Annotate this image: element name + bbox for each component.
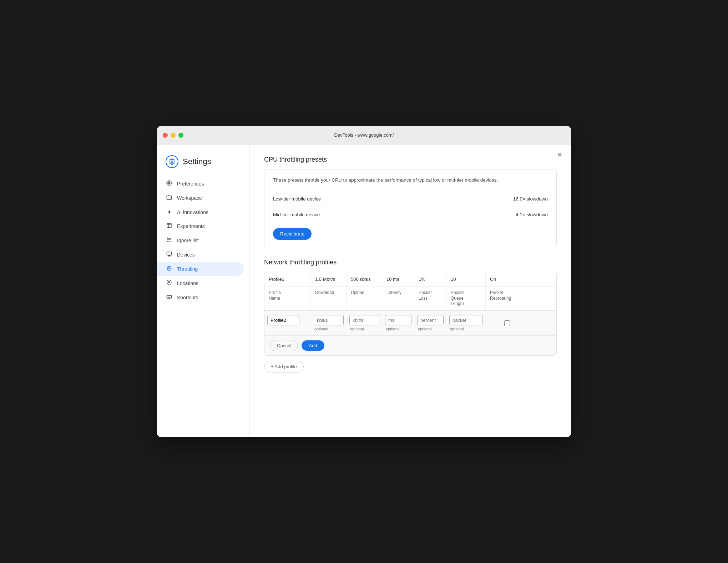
header-latency: Latency	[382, 286, 414, 310]
ignore-list-icon	[166, 237, 173, 244]
packet-loss-optional: optional	[417, 327, 432, 331]
network-section-title: Network throttling profiles	[264, 259, 557, 266]
maximize-traffic-light[interactable]	[178, 133, 183, 138]
profile-upload-cell: 500 kbit/s	[347, 272, 382, 286]
cancel-button[interactable]: Cancel	[270, 340, 298, 351]
svg-point-1	[168, 182, 170, 184]
workspace-icon	[166, 194, 173, 202]
window-title: DevTools - www.google.com/	[334, 132, 394, 138]
sidebar-item-label: Devices	[177, 252, 195, 258]
action-row: Cancel Add	[264, 336, 556, 355]
sidebar-item-label: Throttling	[177, 266, 198, 272]
add-button[interactable]: Add	[302, 340, 324, 351]
existing-profile-row: Profile1 1.0 Mbit/s 500 kbit/s 10 ms 1% …	[264, 272, 556, 286]
svg-point-0	[171, 161, 173, 163]
sidebar-item-ignore-list[interactable]: Ignore list	[157, 233, 244, 248]
close-button[interactable]: ✕	[557, 152, 562, 158]
preset-value-low: 16.0× slowdown	[513, 196, 548, 202]
network-table: Profile1 1.0 Mbit/s 500 kbit/s 10 ms 1% …	[264, 272, 557, 356]
sidebar-item-preferences[interactable]: Preferences	[157, 177, 244, 191]
new-download-cell: optional	[311, 314, 347, 333]
new-packet-reordering-checkbox[interactable]	[504, 320, 510, 326]
svg-rect-17	[167, 295, 171, 298]
sidebar-item-label: Experiments	[177, 223, 205, 229]
cpu-presets-description: These presets throttle your CPU to appro…	[273, 177, 548, 184]
profile-download-cell: 1.0 Mbit/s	[311, 272, 347, 286]
cpu-section-title: CPU throttling presets	[264, 156, 557, 163]
network-section: Network throttling profiles Profile1 1.0…	[264, 259, 557, 372]
header-download: Download	[311, 286, 347, 310]
traffic-lights	[163, 133, 183, 138]
new-packet-loss-input[interactable]	[417, 315, 444, 325]
preset-name-mid: Mid-tier mobile device	[273, 212, 320, 217]
add-profile-button[interactable]: + Add profile	[264, 361, 304, 372]
experiments-icon	[166, 223, 173, 230]
header-packet-queue: Packet Queue Length	[446, 286, 486, 310]
new-profile-name-input[interactable]	[267, 315, 299, 325]
download-optional: optional	[314, 327, 328, 331]
svg-rect-8	[168, 256, 170, 256]
preset-row-low: Low-tier mobile device 16.0× slowdown	[273, 191, 548, 207]
shortcuts-icon	[166, 294, 173, 301]
sidebar: Settings Preferences Workspace	[157, 144, 250, 437]
sidebar-item-label: AI innovations	[177, 209, 208, 215]
sidebar-item-ai-innovations[interactable]: ✦ AI innovations	[157, 205, 244, 219]
sidebar-item-experiments[interactable]: Experiments	[157, 219, 244, 233]
new-download-input[interactable]	[314, 315, 344, 325]
svg-point-11	[168, 268, 170, 269]
close-traffic-light[interactable]	[163, 133, 168, 138]
new-latency-cell: optional	[382, 314, 414, 333]
latency-optional: optional	[385, 327, 400, 331]
sidebar-header: Settings	[157, 152, 249, 177]
new-packet-queue-cell: optional	[446, 314, 486, 333]
devtools-window: DevTools - www.google.com/ Settings	[157, 126, 571, 437]
packet-queue-optional: optional	[449, 327, 464, 331]
profile-packet-queue-cell: 10	[446, 272, 486, 286]
devices-icon	[166, 251, 173, 258]
new-upload-input[interactable]	[349, 315, 379, 325]
recalibrate-button[interactable]: Recalibrate	[273, 228, 312, 240]
locations-icon	[166, 280, 173, 287]
header-packet-reordering: Packet Reordering	[486, 286, 529, 310]
sidebar-item-label: Shortcuts	[177, 295, 198, 300]
profile-name-cell: Profile1	[264, 272, 311, 286]
new-packet-queue-input[interactable]	[449, 315, 483, 325]
sidebar-item-locations[interactable]: Locations	[157, 276, 244, 290]
sidebar-item-label: Locations	[177, 280, 198, 286]
add-profile-row: optional optional optional optional	[264, 311, 556, 336]
main-content: ✕ CPU throttling presets These presets t…	[250, 144, 571, 437]
new-profile-name-cell	[264, 314, 311, 333]
preset-name-low: Low-tier mobile device	[273, 196, 321, 202]
sidebar-item-shortcuts[interactable]: Shortcuts	[157, 290, 244, 305]
sidebar-item-throttling[interactable]: Throttling	[157, 262, 244, 276]
svg-point-16	[168, 282, 170, 283]
ai-innovations-icon: ✦	[166, 209, 173, 215]
header-profile-name: Profile Name	[264, 286, 311, 310]
profile-header-row: Profile Name Download Upload Latency Pac…	[264, 286, 556, 311]
sidebar-item-label: Ignore list	[177, 238, 199, 243]
cpu-presets-box: These presets throttle your CPU to appro…	[264, 169, 557, 247]
upload-optional: optional	[349, 327, 364, 331]
sidebar-title: Settings	[183, 157, 211, 166]
window-body: Settings Preferences Workspace	[157, 144, 571, 437]
throttling-icon	[166, 265, 173, 273]
sidebar-item-label: Workspace	[177, 195, 202, 201]
minimize-traffic-light[interactable]	[171, 133, 176, 138]
new-packet-reordering-cell	[486, 314, 529, 333]
new-latency-input[interactable]	[385, 315, 411, 325]
profile-packet-reordering-cell: On	[486, 272, 529, 286]
sidebar-item-devices[interactable]: Devices	[157, 248, 244, 262]
preset-value-mid: 4.1× slowdown	[516, 212, 548, 217]
header-packet-loss: Packet Loss	[414, 286, 446, 310]
sidebar-item-workspace[interactable]: Workspace	[157, 191, 244, 205]
profile-packet-loss-cell: 1%	[414, 272, 446, 286]
preset-row-mid: Mid-tier mobile device 4.1× slowdown	[273, 207, 548, 222]
settings-logo-icon	[166, 155, 178, 168]
new-upload-cell: optional	[347, 314, 382, 333]
titlebar: DevTools - www.google.com/	[157, 126, 571, 144]
profile-latency-cell: 10 ms	[382, 272, 414, 286]
svg-rect-7	[167, 252, 171, 255]
new-packet-loss-cell: optional	[414, 314, 446, 333]
sidebar-item-label: Preferences	[177, 181, 204, 187]
header-upload: Upload	[347, 286, 382, 310]
